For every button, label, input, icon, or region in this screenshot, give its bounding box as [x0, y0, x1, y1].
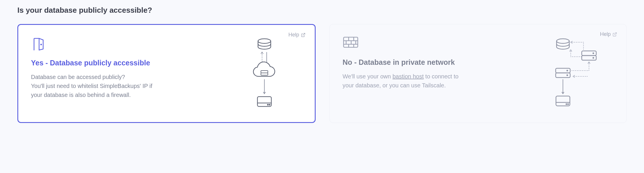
svg-point-1 — [41, 44, 42, 45]
option-description: Database can be accessed publicly? You'l… — [31, 73, 158, 100]
svg-point-2 — [258, 39, 271, 43]
help-link-public[interactable]: Help — [288, 32, 305, 38]
option-description: We'll use your own bastion host to conne… — [343, 72, 470, 90]
external-link-icon — [301, 33, 305, 37]
open-door-icon — [31, 36, 221, 52]
svg-point-31 — [567, 75, 568, 76]
help-label: Help — [288, 32, 299, 38]
help-label: Help — [600, 31, 611, 37]
help-link-private[interactable]: Help — [600, 31, 617, 37]
firewall-icon — [343, 35, 533, 51]
external-link-icon — [612, 32, 617, 37]
svg-point-36 — [568, 104, 569, 105]
svg-point-27 — [593, 58, 594, 58]
diagram-private — [538, 35, 614, 112]
card-left: Yes - Database publicly accessible Datab… — [31, 36, 227, 111]
svg-point-10 — [268, 104, 268, 105]
option-title: No - Database in private network — [343, 58, 533, 67]
section-heading: Is your database publicly accessible? — [17, 6, 627, 15]
option-title: Yes - Database publicly accessible — [31, 58, 221, 67]
desc-prefix: We'll use your own — [343, 73, 392, 80]
svg-point-26 — [593, 53, 594, 54]
card-left: No - Database in private network We'll u… — [343, 35, 538, 112]
svg-point-30 — [567, 70, 568, 71]
svg-point-35 — [566, 104, 567, 105]
option-card-private[interactable]: Help — [330, 24, 627, 123]
svg-point-11 — [269, 104, 270, 105]
option-card-public[interactable]: Help Yes - Database publicly accessible … — [17, 24, 316, 123]
options-container: Help Yes - Database publicly accessible … — [17, 24, 627, 123]
bastion-host-link[interactable]: bastion host — [392, 73, 424, 80]
diagram-public — [227, 36, 302, 111]
svg-point-23 — [557, 39, 569, 43]
svg-line-12 — [614, 33, 616, 35]
svg-line-0 — [303, 33, 305, 35]
